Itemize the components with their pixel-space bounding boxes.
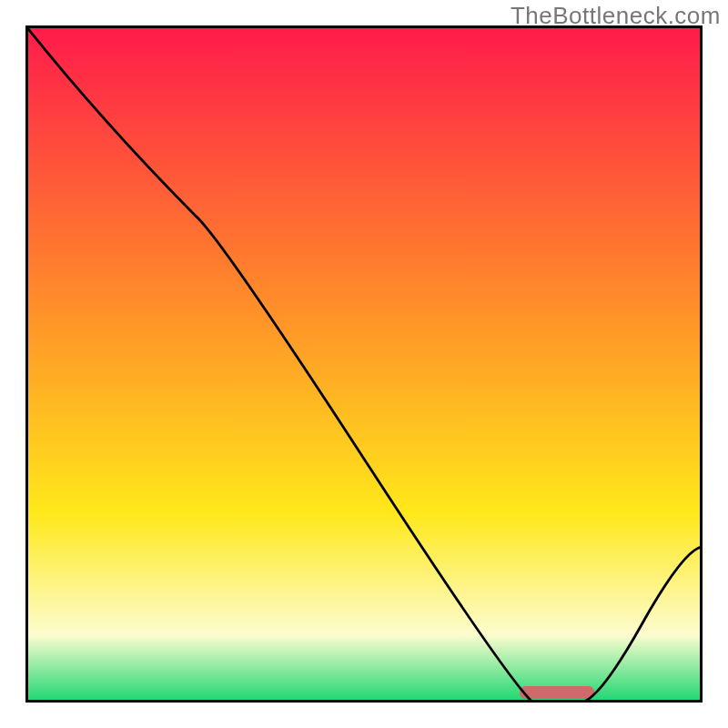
chart-background <box>25 25 703 703</box>
chart-svg <box>25 25 703 703</box>
bottleneck-chart <box>25 25 703 703</box>
optimum-band <box>520 686 594 699</box>
chart-container: TheBottleneck.com <box>0 0 728 728</box>
watermark-text: TheBottleneck.com <box>511 2 721 30</box>
